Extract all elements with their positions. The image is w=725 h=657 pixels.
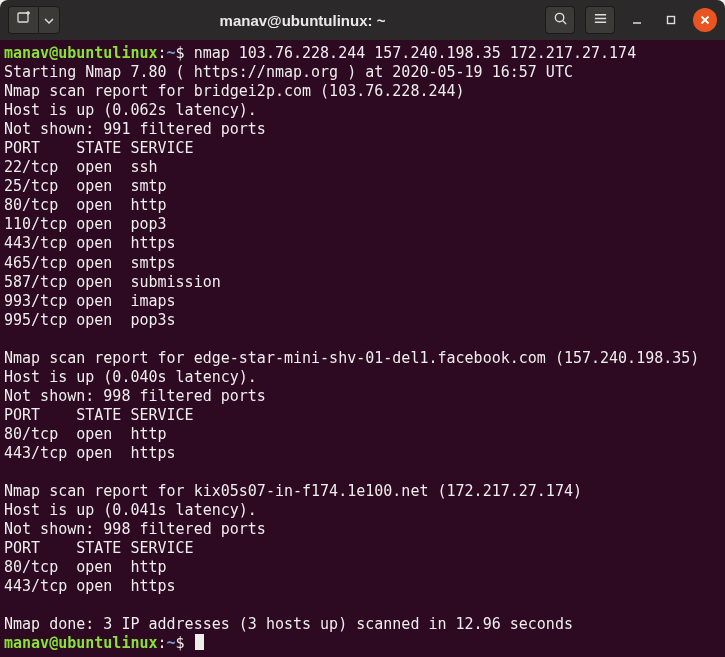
titlebar-left-controls bbox=[8, 6, 60, 34]
prompt-sep: : bbox=[158, 634, 167, 652]
output-line: Host is up (0.041s latency). bbox=[4, 501, 257, 519]
output-line: Nmap scan report for kix05s07-in-f174.1e… bbox=[4, 482, 582, 500]
hamburger-icon bbox=[593, 11, 608, 30]
titlebar-right-controls bbox=[545, 6, 717, 34]
output-line: Nmap scan report for edge-star-mini-shv-… bbox=[4, 349, 699, 367]
output-line: PORT STATE SERVICE bbox=[4, 539, 194, 557]
prompt-userhost: manav@ubuntulinux bbox=[4, 44, 158, 62]
prompt-sep: : bbox=[158, 44, 167, 62]
output-line: 993/tcp open imaps bbox=[4, 292, 176, 310]
output-line: Not shown: 998 filtered ports bbox=[4, 387, 266, 405]
output-line: Starting Nmap 7.80 ( https://nmap.org ) … bbox=[4, 63, 573, 81]
search-button[interactable] bbox=[545, 6, 575, 34]
output-line: 110/tcp open pop3 bbox=[4, 215, 167, 233]
new-tab-icon bbox=[16, 10, 32, 30]
output-line: 995/tcp open pop3s bbox=[4, 311, 176, 329]
command-text: nmap 103.76.228.244 157.240.198.35 172.2… bbox=[194, 44, 637, 62]
output-line: 25/tcp open smtp bbox=[4, 177, 167, 195]
prompt-path: ~ bbox=[167, 634, 176, 652]
new-tab-dropdown[interactable] bbox=[38, 6, 60, 34]
output-line: PORT STATE SERVICE bbox=[4, 139, 194, 157]
close-icon bbox=[699, 14, 711, 26]
output-line: 80/tcp open http bbox=[4, 558, 167, 576]
svg-rect-9 bbox=[668, 17, 675, 24]
svg-point-3 bbox=[555, 13, 563, 21]
output-line: PORT STATE SERVICE bbox=[4, 406, 194, 424]
titlebar: manav@ubuntulinux: ~ bbox=[0, 0, 725, 40]
output-line: Not shown: 991 filtered ports bbox=[4, 120, 266, 138]
output-line: Nmap done: 3 IP addresses (3 hosts up) s… bbox=[4, 615, 573, 633]
maximize-icon bbox=[665, 14, 677, 26]
window-title: manav@ubuntulinux: ~ bbox=[66, 12, 539, 29]
output-line: 443/tcp open https bbox=[4, 444, 176, 462]
output-line: 22/tcp open ssh bbox=[4, 158, 158, 176]
output-line: Host is up (0.062s latency). bbox=[4, 101, 257, 119]
new-tab-combo bbox=[8, 6, 60, 34]
prompt-end: $ bbox=[176, 44, 185, 62]
search-icon bbox=[553, 11, 568, 30]
cursor bbox=[195, 634, 204, 650]
output-line: 587/tcp open submission bbox=[4, 273, 221, 291]
maximize-button[interactable] bbox=[659, 8, 683, 32]
prompt-path: ~ bbox=[167, 44, 176, 62]
output-line: 80/tcp open http bbox=[4, 425, 167, 443]
terminal-window: manav@ubuntulinux: ~ bbox=[0, 0, 725, 657]
minimize-button[interactable] bbox=[625, 8, 649, 32]
minimize-icon bbox=[631, 14, 643, 26]
output-line: Nmap scan report for bridgei2p.com (103.… bbox=[4, 82, 465, 100]
close-button[interactable] bbox=[693, 8, 717, 32]
output-line: 80/tcp open http bbox=[4, 196, 167, 214]
prompt-end: $ bbox=[176, 634, 185, 652]
svg-line-4 bbox=[562, 20, 565, 23]
output-line: 443/tcp open https bbox=[4, 234, 176, 252]
output-line: 443/tcp open https bbox=[4, 577, 176, 595]
prompt-userhost: manav@ubuntulinux bbox=[4, 634, 158, 652]
chevron-down-icon bbox=[44, 11, 54, 30]
output-line: 465/tcp open smtps bbox=[4, 254, 176, 272]
menu-button[interactable] bbox=[585, 6, 615, 34]
svg-rect-0 bbox=[18, 13, 28, 22]
terminal-body[interactable]: manav@ubuntulinux:~$ nmap 103.76.228.244… bbox=[0, 40, 725, 657]
output-line: Not shown: 998 filtered ports bbox=[4, 520, 266, 538]
new-tab-button[interactable] bbox=[8, 6, 38, 34]
output-line: Host is up (0.040s latency). bbox=[4, 368, 257, 386]
